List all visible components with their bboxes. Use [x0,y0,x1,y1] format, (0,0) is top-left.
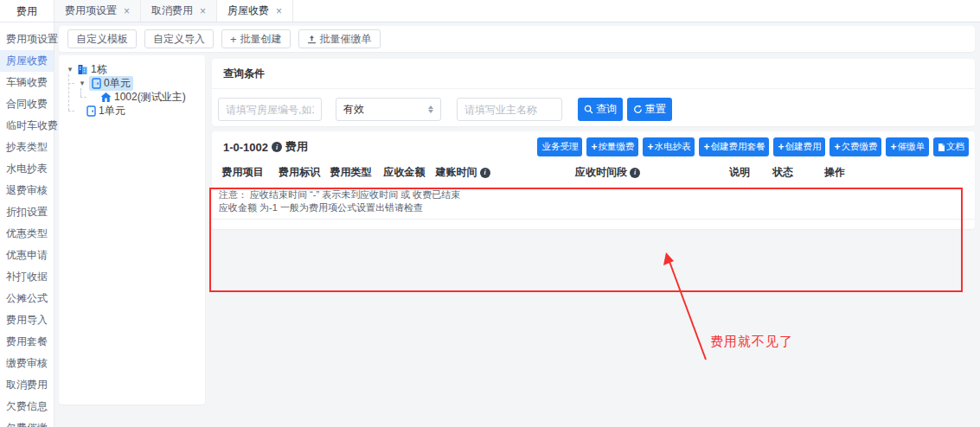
create-fee-button[interactable]: + 创建费用 [773,137,825,156]
toolbar: 自定义模板 自定义导入 + 批量创建 批量催缴单 [59,26,975,52]
sidebar-item[interactable]: 优惠类型 [0,223,54,245]
sidebar-item[interactable]: 费用导入 [0,309,54,331]
sidebar-item[interactable]: 合同收费 [0,93,54,115]
plus-icon: + [778,141,784,153]
business-accept-button[interactable]: 业务受理 [537,137,582,156]
plus-icon: + [890,141,896,153]
column-header: 应收金额 [376,165,432,180]
close-icon[interactable]: × [200,6,206,16]
plus-icon: + [230,33,237,46]
tree-node-label: 1栋 [91,62,107,77]
export-icon [307,35,317,44]
sidebar-list: 费用项设置 房屋收费 车辆收费 合同收费 临时车收费 抄表类型 水电抄表 退费审… [0,22,54,427]
tree-node-label: 1002(测试业主) [114,90,186,105]
updown-icon [428,105,433,113]
sidebar-item[interactable]: 公摊公式 [0,288,54,309]
column-header: 应收时间段i [493,165,722,180]
unit-icon [92,78,101,89]
tab-label: 费用项设置 [65,3,117,18]
sidebar: 费用 费用项设置 房屋收费 车辆收费 合同收费 临时车收费 抄表类型 水电抄表 … [0,0,54,427]
query-form: 有效 查询 重置 [212,89,975,121]
plus-icon: + [834,141,840,153]
column-header: 说明 [722,165,757,180]
column-header: 建账时间i [432,165,493,180]
page: 费用 费用项设置 房屋收费 车辆收费 合同收费 临时车收费 抄表类型 水电抄表 … [0,0,980,427]
annotation-arrow [640,242,744,372]
tree-connector [68,83,74,84]
tab-house-fee-active[interactable]: 房屋收费 × [217,0,293,22]
note-line: 应收金额 为-1 一般为费用项公式设置出错请检查 [219,201,975,214]
query-panel: 查询条件 有效 查询 重置 [212,59,975,126]
fee-panel-title: 1-0-1002 i 费用 [223,139,308,155]
sidebar-item[interactable]: 费用项设置 [0,29,54,50]
tree-node-room-1002[interactable]: 1002(测试业主) [100,90,200,104]
sidebar-item-active[interactable]: 房屋收费 [0,50,54,72]
sidebar-item[interactable]: 退费审核 [0,180,54,201]
sidebar-item[interactable]: 缴费审核 [0,353,54,374]
tree-node-building-1[interactable]: ▾ 1栋 [66,62,200,76]
search-button[interactable]: 查询 [578,98,623,121]
utility-meter-button[interactable]: + 水电抄表 [643,137,695,156]
query-panel-title: 查询条件 [212,59,975,81]
sidebar-item[interactable]: 欠费信息 [0,396,54,417]
close-icon[interactable]: × [276,6,282,16]
column-header: 状态 [757,165,809,180]
building-icon [77,64,88,75]
tree-connector [80,97,86,98]
search-icon [584,105,593,114]
sidebar-item[interactable]: 车辆收费 [0,72,54,93]
tab-fee-item-settings[interactable]: 费用项设置 × [54,0,141,22]
document-icon [938,143,945,152]
reminder-slip-button[interactable]: + 催缴单 [886,137,929,156]
sidebar-item[interactable]: 欠费催缴 [0,417,54,427]
sidebar-item[interactable]: 临时车收费 [0,115,54,137]
status-select[interactable]: 有效 [336,98,441,121]
tree-connector [68,111,74,112]
document-button[interactable]: 文档 [933,137,969,156]
sidebar-item[interactable]: 费用套餐 [0,331,54,353]
sidebar-item[interactable]: 抄表类型 [0,137,54,158]
sidebar-item[interactable]: 优惠申请 [0,245,54,266]
column-header: 费用标识 [273,165,325,180]
caret-icon[interactable]: ▾ [78,79,86,87]
column-header: 操作 [809,165,861,180]
tab-bar: 费用项设置 × 取消费用 × 房屋收费 × [54,0,980,22]
info-icon[interactable]: i [630,168,640,178]
room-code: 1-0-1002 [223,141,268,154]
sidebar-item[interactable]: 取消费用 [0,374,54,396]
reset-button[interactable]: 重置 [627,98,672,121]
tab-cancel-fee[interactable]: 取消费用 × [141,0,217,22]
arrears-payment-button[interactable]: + 欠费缴费 [829,137,881,156]
custom-template-button[interactable]: 自定义模板 [67,29,137,48]
building-tree: ▾ 1栋 ▾ 0单元 [59,55,205,124]
batch-create-button[interactable]: + 批量创建 [221,29,291,48]
info-icon[interactable]: i [272,142,282,152]
metered-payment-button[interactable]: + 按量缴费 [586,137,638,156]
owner-name-input[interactable] [457,98,562,121]
sidebar-item[interactable]: 水电抄表 [0,158,54,180]
plus-icon: + [647,141,653,153]
note-line: 注意： 应收结束时间 “-” 表示未到应收时间 或 收费已结束 [219,188,975,201]
tree-node-unit-0[interactable]: ▾ 0单元 [78,76,200,90]
plus-icon: + [703,141,709,153]
column-header: 费用类型 [325,165,376,180]
custom-import-button[interactable]: 自定义导入 [144,29,214,48]
fee-panel-label: 费用 [285,139,308,155]
room-number-input[interactable] [218,98,322,121]
batch-reminder-export-button[interactable]: 批量催缴单 [298,29,381,48]
info-icon[interactable]: i [480,168,490,178]
plus-icon: + [591,141,597,153]
home-icon [100,92,112,103]
tree-node-selected: 0单元 [89,76,133,91]
close-icon[interactable]: × [124,6,130,16]
sidebar-item[interactable]: 补打收据 [0,266,54,288]
sidebar-item[interactable]: 折扣设置 [0,201,54,223]
caret-icon[interactable]: ▾ [66,65,74,73]
tree-node-unit-1[interactable]: 1单元 [86,104,200,118]
tab-label: 房屋收费 [227,3,269,18]
divider [212,219,975,220]
column-header: 费用项目 [212,165,273,180]
tree-connector [68,74,69,111]
create-fee-package-button[interactable]: + 创建费用套餐 [699,137,769,156]
tree-node-label: 1单元 [99,104,125,118]
